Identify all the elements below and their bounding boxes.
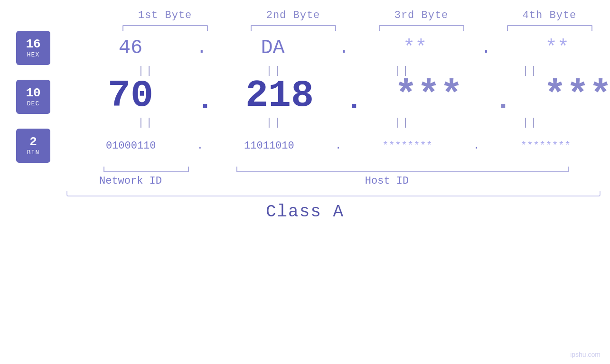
eq2-c3: || bbox=[338, 117, 467, 129]
bracket2 bbox=[251, 25, 336, 31]
dec-badge: 10 DEC bbox=[16, 80, 50, 114]
dec-cell-2: 218 bbox=[216, 77, 344, 115]
mega-bracket bbox=[66, 191, 601, 196]
hex-row: 16 HEX 46 . DA . ** . ** bbox=[0, 31, 610, 65]
bin-cell-3: ******** bbox=[343, 140, 471, 152]
network-bracket bbox=[103, 167, 189, 172]
bracket4 bbox=[507, 25, 592, 31]
bin-badge: 2 BIN bbox=[16, 129, 50, 163]
bin-cell-1: 01000110 bbox=[67, 140, 195, 152]
dec-badge-number: 10 bbox=[26, 86, 40, 100]
top-brackets bbox=[35, 25, 610, 31]
hex-b2: DA bbox=[261, 37, 284, 59]
bin-b1: 01000110 bbox=[106, 140, 156, 152]
byte1-header: 1st Byte bbox=[101, 9, 229, 21]
dec-row: 10 DEC 70 . 218 . *** . *** bbox=[0, 77, 610, 117]
hex-cell-1: 46 bbox=[66, 37, 195, 59]
bin-dot-2: . bbox=[333, 140, 343, 152]
bracket3 bbox=[379, 25, 464, 31]
bottom-bracket-area bbox=[0, 167, 610, 172]
mega-bracket-area bbox=[0, 191, 610, 196]
host-bracket bbox=[236, 167, 569, 172]
id-labels-row: Network ID Host ID bbox=[0, 175, 610, 187]
bin-cell-4: ******** bbox=[481, 140, 610, 152]
main-container: 1st Byte 2nd Byte 3rd Byte 4th Byte 16 H… bbox=[0, 0, 610, 364]
dec-cell-1: 70 bbox=[66, 77, 195, 115]
eq2-c2: || bbox=[210, 117, 338, 129]
dec-dot-1: . bbox=[195, 86, 216, 115]
hex-badge: 16 HEX bbox=[16, 31, 50, 65]
hex-b3: ** bbox=[403, 37, 427, 59]
bin-b2: 11011010 bbox=[244, 140, 294, 152]
watermark: ipshu.com bbox=[570, 351, 601, 358]
hex-dot-3: . bbox=[479, 38, 493, 58]
hex-b4: ** bbox=[545, 37, 569, 59]
hex-dot-2: . bbox=[337, 38, 351, 58]
dec-cell-4: *** bbox=[514, 77, 610, 115]
host-id-label: Host ID bbox=[195, 175, 579, 187]
dec-b3: *** bbox=[394, 77, 463, 115]
bin-b3: ******** bbox=[382, 140, 432, 152]
dec-b2: 218 bbox=[245, 77, 314, 115]
equals-row-2: || || || || bbox=[0, 117, 610, 129]
byte3-header: 3rd Byte bbox=[357, 9, 486, 21]
byte2-header: 2nd Byte bbox=[229, 9, 357, 21]
dec-b4: *** bbox=[544, 77, 610, 115]
bin-badge-number: 2 bbox=[29, 135, 37, 149]
bin-dot-1: . bbox=[195, 140, 205, 152]
dec-dot-3: . bbox=[493, 86, 514, 115]
class-label: Class A bbox=[266, 202, 344, 222]
hex-badge-number: 16 bbox=[26, 37, 40, 51]
network-id-label: Network ID bbox=[66, 175, 195, 187]
bin-badge-label: BIN bbox=[27, 149, 39, 156]
bin-row: 2 BIN 01000110 . 11011010 . ******** . *… bbox=[0, 129, 610, 163]
hex-dot-1: . bbox=[195, 38, 209, 58]
hex-cell-4: ** bbox=[493, 37, 610, 59]
eq2-c4: || bbox=[467, 117, 595, 129]
hex-cell-3: ** bbox=[351, 37, 479, 59]
bin-b4: ******** bbox=[520, 140, 571, 152]
dec-badge-label: DEC bbox=[27, 100, 39, 107]
byte-headers: 1st Byte 2nd Byte 3rd Byte 4th Byte bbox=[19, 0, 610, 21]
dec-b1: 70 bbox=[108, 77, 153, 115]
bin-dot-3: . bbox=[471, 140, 481, 152]
bracket1 bbox=[122, 25, 208, 31]
hex-b1: 46 bbox=[119, 37, 142, 59]
hex-cell-2: DA bbox=[209, 37, 337, 59]
byte4-header: 4th Byte bbox=[486, 9, 610, 21]
eq2-c1: || bbox=[82, 117, 210, 129]
bin-cell-2: 11011010 bbox=[205, 140, 333, 152]
hex-badge-label: HEX bbox=[27, 51, 39, 58]
dec-cell-3: *** bbox=[365, 77, 493, 115]
dec-dot-2: . bbox=[344, 86, 365, 115]
